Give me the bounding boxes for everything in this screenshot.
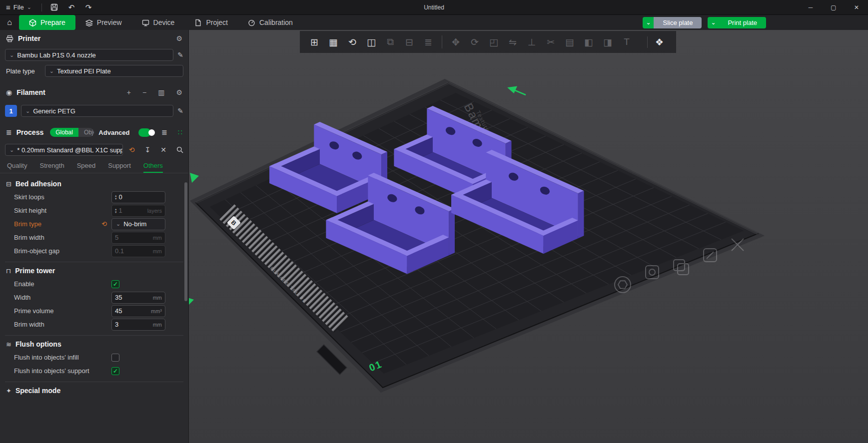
remove-filament-icon[interactable]: − [142, 88, 146, 96]
calibration-gauge-icon [248, 19, 255, 26]
arrange-all-icon[interactable]: ❖ [647, 36, 671, 48]
maximize-button[interactable]: ▢ [822, 0, 845, 15]
minimize-button[interactable]: ─ [799, 0, 822, 15]
flush-support-checkbox[interactable]: ✓ [111, 367, 119, 375]
mirror-icon[interactable]: ⇋ [503, 36, 522, 48]
home-button[interactable]: ⌂ [0, 15, 19, 30]
tab-others[interactable]: Others [143, 162, 163, 173]
spinner-arrows-icon[interactable]: ▴▾ [115, 208, 117, 214]
advanced-label: Advanced [98, 129, 129, 136]
text-shape-icon[interactable]: T [617, 36, 636, 47]
reset-value-icon[interactable]: ⟲ [101, 220, 111, 228]
tab-quality[interactable]: Quality [7, 162, 27, 173]
search-icon[interactable] [176, 146, 183, 153]
advanced-toggle[interactable] [138, 128, 151, 137]
paint-color-icon[interactable]: ◨ [598, 36, 617, 48]
clear-preset-icon[interactable]: ✕ [160, 146, 166, 154]
filament-slot-badge[interactable]: 1 [5, 105, 17, 117]
add-filament-icon[interactable]: + [127, 88, 131, 96]
tab-strength[interactable]: Strength [39, 162, 64, 173]
3d-scene[interactable]: Bambu Lab Textured PEI Plate B PLA ABS T… [189, 30, 868, 443]
scope-global[interactable]: Global [50, 128, 78, 137]
tab-speed[interactable]: Speed [77, 162, 96, 173]
slice-options-chevron-icon[interactable]: ⌄ [643, 17, 654, 28]
tab-calibration[interactable]: Calibration [238, 15, 303, 30]
reset-preset-icon[interactable]: ⟲ [129, 146, 135, 154]
prime-brim-width-field[interactable]: mm [111, 319, 165, 331]
skirt-loops-input[interactable] [119, 193, 162, 201]
process-scope-toggle[interactable]: Global Objects [50, 128, 94, 137]
brim-width-field[interactable]: mm [111, 232, 165, 244]
paint-support-icon[interactable]: ◧ [579, 36, 598, 48]
ams-icon[interactable]: ▥ [158, 88, 164, 96]
brim-type-select[interactable]: ⌄ No-brim [111, 218, 165, 230]
paste-icon[interactable]: ⊟ [400, 36, 419, 48]
prime-width-field[interactable]: mm [111, 292, 165, 304]
save-preset-icon[interactable]: ↧ [145, 146, 151, 154]
printer-edit-icon[interactable]: ✎ [177, 51, 183, 59]
prime-brim-width-label: Brim width [14, 321, 111, 328]
printer-select-row: ⌄ Bambu Lab P1S 0.4 nozzle ✎ [0, 49, 188, 61]
plate-type-select[interactable]: ⌄ Textured PEI Plate [45, 65, 183, 77]
auto-orient-icon[interactable]: ⟲ [343, 36, 362, 48]
device-monitor-icon [142, 19, 149, 26]
print-options-chevron-icon[interactable]: ⌄ [708, 17, 719, 28]
prime-width-input[interactable] [115, 294, 151, 301]
variable-layer-height-icon[interactable]: ▤ [560, 36, 579, 48]
scope-objects[interactable]: Objects [78, 128, 94, 137]
split-to-objects-icon[interactable]: ◫ [362, 36, 381, 48]
close-button[interactable]: ✕ [845, 0, 868, 15]
tab-prepare[interactable]: Prepare [19, 15, 75, 30]
slice-plate-button[interactable]: ⌄ Slice plate [643, 17, 702, 28]
process-preset-select[interactable]: ⌄ * 0.20mm Standard @BBL X1C support [5, 144, 123, 156]
add-model-icon[interactable]: ⊞ [305, 36, 324, 48]
prime-volume-field[interactable]: mm³ [111, 305, 165, 317]
skirt-height-spinbox[interactable]: ▴▾ layers [111, 205, 165, 217]
filament-select[interactable]: ⌄ Generic PETG [21, 105, 173, 117]
toolbar-separator [442, 35, 442, 48]
save-project-button[interactable] [46, 0, 63, 15]
skirt-loops-spinbox[interactable]: ▴▾ [111, 191, 165, 203]
param-row-flush-support: Flush into objects' support ✓ [0, 364, 188, 378]
flush-infill-checkbox[interactable]: ✓ [111, 354, 119, 362]
add-plate-icon[interactable]: ▦ [324, 36, 343, 48]
tab-device[interactable]: Device [132, 15, 185, 30]
brim-object-gap-input[interactable] [115, 247, 151, 255]
move-icon[interactable]: ✥ [446, 36, 465, 48]
assembly-view-icon[interactable]: ≣ [419, 36, 438, 48]
tab-project-label: Project [206, 18, 228, 26]
spinner-arrows-icon[interactable]: ▴▾ [115, 194, 117, 200]
param-row-prime-brim-width: Brim width mm [0, 318, 188, 331]
rotate-icon[interactable]: ⟳ [465, 36, 484, 48]
viewport-3d[interactable]: Bambu Lab Textured PEI Plate B PLA ABS T… [189, 30, 868, 443]
prime-enable-label: Enable [14, 280, 111, 288]
print-plate-button[interactable]: ⌄ Print plate [708, 17, 766, 28]
tab-project[interactable]: Project [184, 15, 238, 30]
undo-button[interactable]: ↶ [63, 0, 80, 15]
skirt-height-input[interactable] [119, 207, 145, 214]
brim-width-input[interactable] [115, 234, 151, 241]
param-row-prime-volume: Prime volume mm³ [0, 304, 188, 318]
brim-object-gap-field[interactable]: mm [111, 245, 165, 257]
cut-icon[interactable]: ✂ [541, 36, 560, 48]
tab-preview[interactable]: Preview [75, 15, 132, 30]
printer-select[interactable]: ⌄ Bambu Lab P1S 0.4 nozzle [5, 49, 173, 61]
scale-icon[interactable]: ◰ [484, 36, 503, 48]
prepare-cube-icon [29, 19, 36, 26]
filament-edit-icon[interactable]: ✎ [177, 107, 183, 115]
redo-button[interactable]: ↷ [80, 0, 97, 15]
sidebar-scrollbar-thumb[interactable] [184, 182, 187, 301]
prime-enable-checkbox[interactable]: ✓ [111, 280, 119, 288]
tab-support[interactable]: Support [108, 162, 131, 173]
prime-brim-width-input[interactable] [115, 321, 151, 328]
prime-volume-input[interactable] [115, 307, 149, 315]
parameter-list-icon[interactable]: ≣ [161, 128, 167, 136]
file-menu-button[interactable]: ≡ File ⌄ [0, 0, 37, 14]
lay-on-face-icon[interactable]: ⊥ [522, 36, 541, 48]
chevron-down-icon: ⌄ [9, 147, 14, 153]
printer-settings-gear-icon[interactable]: ⚙ [176, 34, 182, 42]
param-row-brim-type: Brim type ⟲ ⌄ No-brim [0, 217, 188, 231]
copy-icon[interactable]: ⧉ [381, 36, 400, 47]
objects-grid-icon[interactable]: ∷ [178, 128, 182, 136]
filament-settings-gear-icon[interactable]: ⚙ [176, 88, 182, 96]
